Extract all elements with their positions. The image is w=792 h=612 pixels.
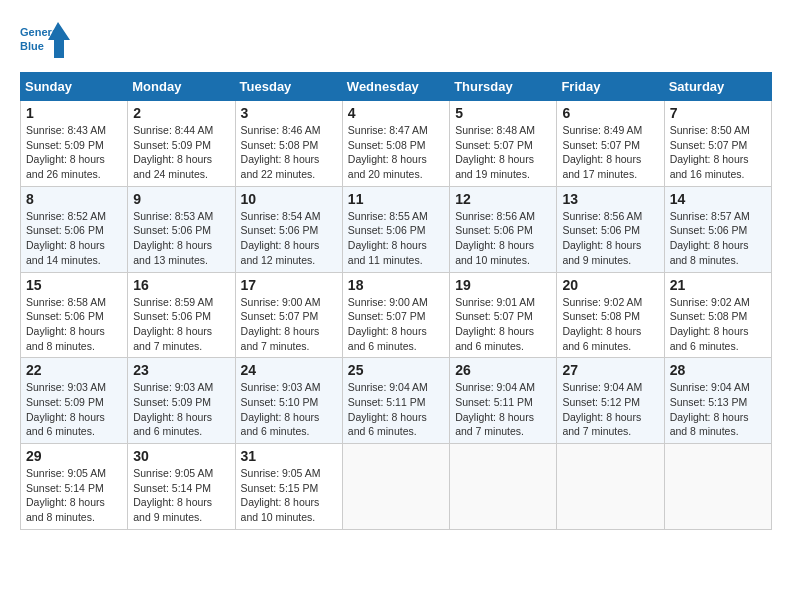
calendar-cell: 2 Sunrise: 8:44 AMSunset: 5:09 PMDayligh… xyxy=(128,101,235,187)
day-number: 15 xyxy=(26,277,122,293)
day-header-wednesday: Wednesday xyxy=(342,73,449,101)
calendar-cell: 10 Sunrise: 8:54 AMSunset: 5:06 PMDaylig… xyxy=(235,186,342,272)
day-info: Sunrise: 8:44 AMSunset: 5:09 PMDaylight:… xyxy=(133,123,229,182)
day-number: 7 xyxy=(670,105,766,121)
day-header-thursday: Thursday xyxy=(450,73,557,101)
calendar-cell: 11 Sunrise: 8:55 AMSunset: 5:06 PMDaylig… xyxy=(342,186,449,272)
calendar-cell: 8 Sunrise: 8:52 AMSunset: 5:06 PMDayligh… xyxy=(21,186,128,272)
day-info: Sunrise: 8:52 AMSunset: 5:06 PMDaylight:… xyxy=(26,209,122,268)
day-header-friday: Friday xyxy=(557,73,664,101)
day-info: Sunrise: 9:03 AMSunset: 5:09 PMDaylight:… xyxy=(26,380,122,439)
calendar-week-1: 1 Sunrise: 8:43 AMSunset: 5:09 PMDayligh… xyxy=(21,101,772,187)
calendar-cell: 21 Sunrise: 9:02 AMSunset: 5:08 PMDaylig… xyxy=(664,272,771,358)
calendar-cell: 19 Sunrise: 9:01 AMSunset: 5:07 PMDaylig… xyxy=(450,272,557,358)
day-info: Sunrise: 9:02 AMSunset: 5:08 PMDaylight:… xyxy=(562,295,658,354)
calendar-cell: 20 Sunrise: 9:02 AMSunset: 5:08 PMDaylig… xyxy=(557,272,664,358)
calendar-cell: 31 Sunrise: 9:05 AMSunset: 5:15 PMDaylig… xyxy=(235,444,342,530)
calendar-cell: 30 Sunrise: 9:05 AMSunset: 5:14 PMDaylig… xyxy=(128,444,235,530)
day-info: Sunrise: 9:05 AMSunset: 5:14 PMDaylight:… xyxy=(26,466,122,525)
calendar-cell: 6 Sunrise: 8:49 AMSunset: 5:07 PMDayligh… xyxy=(557,101,664,187)
calendar-cell: 26 Sunrise: 9:04 AMSunset: 5:11 PMDaylig… xyxy=(450,358,557,444)
day-number: 14 xyxy=(670,191,766,207)
calendar-week-4: 22 Sunrise: 9:03 AMSunset: 5:09 PMDaylig… xyxy=(21,358,772,444)
day-info: Sunrise: 9:02 AMSunset: 5:08 PMDaylight:… xyxy=(670,295,766,354)
day-info: Sunrise: 9:00 AMSunset: 5:07 PMDaylight:… xyxy=(348,295,444,354)
day-header-monday: Monday xyxy=(128,73,235,101)
calendar-cell: 3 Sunrise: 8:46 AMSunset: 5:08 PMDayligh… xyxy=(235,101,342,187)
day-number: 21 xyxy=(670,277,766,293)
day-number: 27 xyxy=(562,362,658,378)
calendar-cell: 9 Sunrise: 8:53 AMSunset: 5:06 PMDayligh… xyxy=(128,186,235,272)
day-info: Sunrise: 8:57 AMSunset: 5:06 PMDaylight:… xyxy=(670,209,766,268)
day-info: Sunrise: 8:49 AMSunset: 5:07 PMDaylight:… xyxy=(562,123,658,182)
calendar-body: 1 Sunrise: 8:43 AMSunset: 5:09 PMDayligh… xyxy=(21,101,772,530)
day-number: 22 xyxy=(26,362,122,378)
day-number: 5 xyxy=(455,105,551,121)
calendar-cell: 22 Sunrise: 9:03 AMSunset: 5:09 PMDaylig… xyxy=(21,358,128,444)
day-number: 9 xyxy=(133,191,229,207)
day-number: 16 xyxy=(133,277,229,293)
day-number: 26 xyxy=(455,362,551,378)
calendar-cell: 25 Sunrise: 9:04 AMSunset: 5:11 PMDaylig… xyxy=(342,358,449,444)
calendar-cell: 28 Sunrise: 9:04 AMSunset: 5:13 PMDaylig… xyxy=(664,358,771,444)
day-info: Sunrise: 8:56 AMSunset: 5:06 PMDaylight:… xyxy=(455,209,551,268)
day-number: 8 xyxy=(26,191,122,207)
calendar-cell xyxy=(342,444,449,530)
calendar-cell: 5 Sunrise: 8:48 AMSunset: 5:07 PMDayligh… xyxy=(450,101,557,187)
day-info: Sunrise: 9:03 AMSunset: 5:09 PMDaylight:… xyxy=(133,380,229,439)
day-number: 20 xyxy=(562,277,658,293)
calendar-cell: 23 Sunrise: 9:03 AMSunset: 5:09 PMDaylig… xyxy=(128,358,235,444)
logo-svg: General Blue xyxy=(20,20,70,62)
svg-text:Blue: Blue xyxy=(20,40,44,52)
day-info: Sunrise: 9:04 AMSunset: 5:11 PMDaylight:… xyxy=(455,380,551,439)
day-info: Sunrise: 9:03 AMSunset: 5:10 PMDaylight:… xyxy=(241,380,337,439)
day-info: Sunrise: 9:00 AMSunset: 5:07 PMDaylight:… xyxy=(241,295,337,354)
day-info: Sunrise: 8:47 AMSunset: 5:08 PMDaylight:… xyxy=(348,123,444,182)
day-info: Sunrise: 8:48 AMSunset: 5:07 PMDaylight:… xyxy=(455,123,551,182)
day-number: 10 xyxy=(241,191,337,207)
day-number: 11 xyxy=(348,191,444,207)
calendar-week-3: 15 Sunrise: 8:58 AMSunset: 5:06 PMDaylig… xyxy=(21,272,772,358)
calendar-week-5: 29 Sunrise: 9:05 AMSunset: 5:14 PMDaylig… xyxy=(21,444,772,530)
calendar-week-2: 8 Sunrise: 8:52 AMSunset: 5:06 PMDayligh… xyxy=(21,186,772,272)
calendar-cell: 27 Sunrise: 9:04 AMSunset: 5:12 PMDaylig… xyxy=(557,358,664,444)
calendar-cell xyxy=(664,444,771,530)
logo: General Blue xyxy=(20,20,70,62)
day-info: Sunrise: 8:50 AMSunset: 5:07 PMDaylight:… xyxy=(670,123,766,182)
day-info: Sunrise: 8:59 AMSunset: 5:06 PMDaylight:… xyxy=(133,295,229,354)
day-header-saturday: Saturday xyxy=(664,73,771,101)
calendar-table: SundayMondayTuesdayWednesdayThursdayFrid… xyxy=(20,72,772,530)
calendar-cell: 4 Sunrise: 8:47 AMSunset: 5:08 PMDayligh… xyxy=(342,101,449,187)
day-info: Sunrise: 9:04 AMSunset: 5:11 PMDaylight:… xyxy=(348,380,444,439)
day-number: 25 xyxy=(348,362,444,378)
calendar-cell: 24 Sunrise: 9:03 AMSunset: 5:10 PMDaylig… xyxy=(235,358,342,444)
calendar-cell: 12 Sunrise: 8:56 AMSunset: 5:06 PMDaylig… xyxy=(450,186,557,272)
day-info: Sunrise: 8:53 AMSunset: 5:06 PMDaylight:… xyxy=(133,209,229,268)
day-info: Sunrise: 8:56 AMSunset: 5:06 PMDaylight:… xyxy=(562,209,658,268)
day-number: 1 xyxy=(26,105,122,121)
day-number: 17 xyxy=(241,277,337,293)
calendar-cell: 14 Sunrise: 8:57 AMSunset: 5:06 PMDaylig… xyxy=(664,186,771,272)
day-info: Sunrise: 9:04 AMSunset: 5:13 PMDaylight:… xyxy=(670,380,766,439)
calendar-cell: 13 Sunrise: 8:56 AMSunset: 5:06 PMDaylig… xyxy=(557,186,664,272)
day-header-tuesday: Tuesday xyxy=(235,73,342,101)
day-number: 18 xyxy=(348,277,444,293)
day-info: Sunrise: 9:01 AMSunset: 5:07 PMDaylight:… xyxy=(455,295,551,354)
day-number: 13 xyxy=(562,191,658,207)
day-number: 28 xyxy=(670,362,766,378)
day-info: Sunrise: 8:46 AMSunset: 5:08 PMDaylight:… xyxy=(241,123,337,182)
day-info: Sunrise: 8:58 AMSunset: 5:06 PMDaylight:… xyxy=(26,295,122,354)
day-info: Sunrise: 8:54 AMSunset: 5:06 PMDaylight:… xyxy=(241,209,337,268)
day-info: Sunrise: 9:05 AMSunset: 5:14 PMDaylight:… xyxy=(133,466,229,525)
day-number: 23 xyxy=(133,362,229,378)
calendar-cell: 17 Sunrise: 9:00 AMSunset: 5:07 PMDaylig… xyxy=(235,272,342,358)
day-header-sunday: Sunday xyxy=(21,73,128,101)
day-number: 31 xyxy=(241,448,337,464)
day-number: 3 xyxy=(241,105,337,121)
day-number: 6 xyxy=(562,105,658,121)
calendar-cell: 18 Sunrise: 9:00 AMSunset: 5:07 PMDaylig… xyxy=(342,272,449,358)
day-number: 24 xyxy=(241,362,337,378)
calendar-cell: 29 Sunrise: 9:05 AMSunset: 5:14 PMDaylig… xyxy=(21,444,128,530)
calendar-cell: 16 Sunrise: 8:59 AMSunset: 5:06 PMDaylig… xyxy=(128,272,235,358)
calendar-header-row: SundayMondayTuesdayWednesdayThursdayFrid… xyxy=(21,73,772,101)
